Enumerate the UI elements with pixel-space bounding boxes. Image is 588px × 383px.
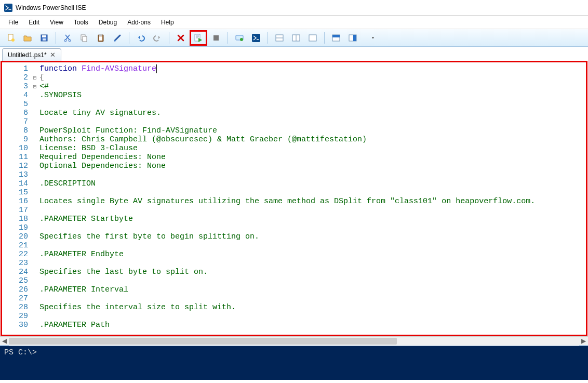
line-gutter: 1234567891011121314151617181920212223242… bbox=[2, 62, 31, 335]
menubar: FileEditViewToolsDebugAdd-onsHelp bbox=[0, 16, 588, 29]
code-area[interactable]: function Find-AVSignature{<#.SYNOPSIS Lo… bbox=[38, 62, 586, 335]
show-command-icon[interactable] bbox=[345, 31, 360, 45]
save-icon[interactable] bbox=[36, 31, 52, 45]
run-script-icon[interactable] bbox=[190, 30, 207, 46]
svg-rect-12 bbox=[99, 36, 102, 41]
tab-untitled1[interactable]: Untitled1.ps1* ✕ bbox=[2, 48, 61, 61]
menu-add-ons[interactable]: Add-ons bbox=[122, 17, 156, 28]
svg-rect-22 bbox=[309, 35, 316, 41]
titlebar: Windows PowerShell ISE bbox=[0, 0, 588, 16]
svg-point-16 bbox=[240, 38, 243, 41]
toolbar-separator bbox=[169, 32, 169, 44]
window-title: Windows PowerShell ISE bbox=[16, 4, 86, 11]
svg-rect-11 bbox=[99, 34, 102, 36]
menu-view[interactable]: View bbox=[45, 17, 69, 28]
tab-label: Untitled1.ps1* bbox=[8, 51, 47, 59]
svg-point-2 bbox=[11, 38, 15, 42]
paste-icon[interactable] bbox=[93, 31, 109, 45]
clear-icon[interactable] bbox=[110, 31, 125, 45]
tabbar: Untitled1.ps1* ✕ bbox=[0, 47, 588, 61]
console-pane[interactable]: PS C:\> bbox=[0, 345, 588, 380]
svg-rect-9 bbox=[83, 36, 87, 42]
stop-red-icon[interactable] bbox=[173, 31, 189, 45]
open-icon[interactable] bbox=[20, 31, 35, 45]
toolbar-separator bbox=[324, 32, 325, 44]
script-editor[interactable]: 1234567891011121314151617181920212223242… bbox=[1, 61, 587, 336]
menu-tools[interactable]: Tools bbox=[69, 17, 93, 28]
toolbar-separator bbox=[268, 32, 268, 44]
menu-help[interactable]: Help bbox=[156, 17, 179, 28]
remote-icon[interactable] bbox=[232, 31, 247, 45]
fold-column[interactable]: ⊟⊟ bbox=[31, 62, 38, 335]
layout-b-icon[interactable] bbox=[288, 31, 304, 45]
svg-rect-24 bbox=[332, 35, 340, 37]
powershell-app-icon bbox=[4, 4, 12, 12]
scroll-right-icon[interactable]: ▶ bbox=[579, 337, 588, 346]
menu-edit[interactable]: Edit bbox=[23, 17, 45, 28]
svg-rect-5 bbox=[43, 38, 46, 41]
menu-debug[interactable]: Debug bbox=[93, 17, 122, 28]
svg-rect-26 bbox=[353, 35, 356, 41]
layout-c-icon[interactable] bbox=[305, 31, 320, 45]
powershell-icon[interactable] bbox=[248, 31, 264, 45]
show-script-icon[interactable] bbox=[328, 31, 344, 45]
tab-close-icon[interactable]: ✕ bbox=[50, 51, 56, 59]
scroll-track[interactable] bbox=[9, 337, 579, 346]
scroll-thumb[interactable] bbox=[9, 338, 397, 345]
layout-a-icon[interactable] bbox=[272, 31, 287, 45]
redo-icon[interactable] bbox=[150, 31, 165, 45]
toolbar-separator bbox=[56, 32, 56, 44]
toolbar-separator bbox=[228, 32, 228, 44]
svg-rect-14 bbox=[213, 35, 219, 41]
toolbar-separator bbox=[129, 32, 129, 44]
toolbar bbox=[0, 29, 588, 47]
dropdown-icon[interactable] bbox=[362, 31, 377, 45]
console-prompt: PS C:\> bbox=[4, 348, 37, 357]
horizontal-scrollbar[interactable]: ◀ ▶ bbox=[0, 336, 588, 345]
svg-rect-4 bbox=[42, 35, 46, 37]
menu-file[interactable]: File bbox=[3, 17, 23, 28]
cut-icon[interactable] bbox=[60, 31, 75, 45]
copy-icon[interactable] bbox=[76, 31, 92, 45]
scroll-left-icon[interactable]: ◀ bbox=[0, 337, 9, 346]
undo-icon[interactable] bbox=[133, 31, 149, 45]
new-icon[interactable] bbox=[3, 31, 19, 45]
stop-icon[interactable] bbox=[208, 31, 224, 45]
